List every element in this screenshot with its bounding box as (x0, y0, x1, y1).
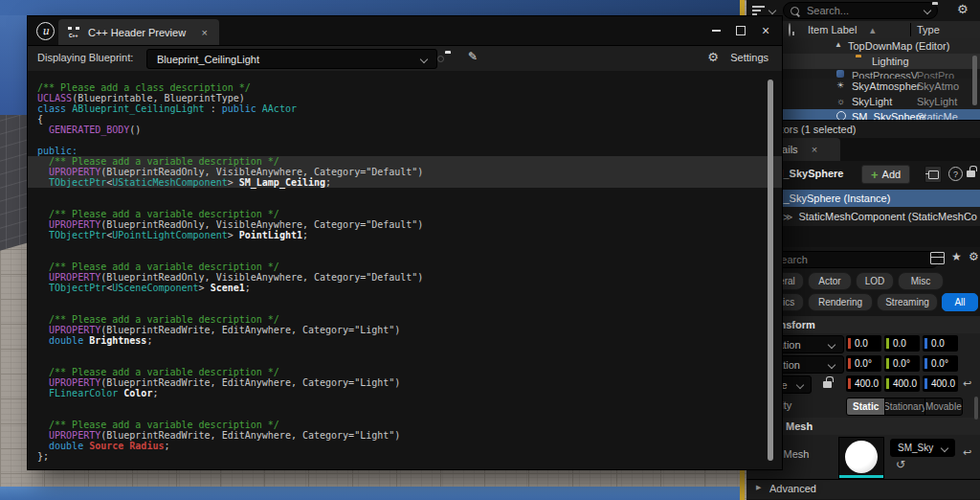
chip-actor[interactable]: Actor (808, 272, 852, 290)
edit-blueprint-icon[interactable]: ✎ (468, 50, 478, 63)
mobility-static[interactable]: Static (847, 398, 884, 415)
code-line: class ABlueprint_CeilingLight : public A… (37, 103, 772, 114)
filter-chevron-icon[interactable] (768, 7, 776, 14)
code-line: /** Please add a variable description */ (37, 314, 772, 325)
code-line: /** Please add a variable description */ (37, 261, 772, 272)
location-y-field[interactable]: 0.0 (884, 335, 920, 352)
row-label: PostProcessV (852, 70, 918, 79)
blueprint-selector-dropdown[interactable]: Blueprint_CeilingLight (146, 49, 437, 69)
code-line (37, 304, 772, 314)
search-options-chevron-icon[interactable] (924, 7, 931, 14)
sphere-actor-icon (836, 111, 846, 120)
maximize-button[interactable] (728, 21, 753, 40)
level-icon: ▲ (835, 40, 842, 49)
reset-scale-icon[interactable]: ↩ (963, 377, 971, 390)
outliner-search-input[interactable] (805, 4, 919, 17)
location-x-field[interactable]: 0.0 (846, 335, 881, 352)
asset-name: SM_Sky (898, 443, 933, 453)
mobility-movable[interactable]: Movable (924, 398, 962, 415)
skylight-icon: ☼ (836, 96, 845, 106)
outliner-search[interactable] (783, 2, 938, 19)
location-z-field[interactable]: 0.0 (923, 335, 958, 352)
advanced-row[interactable]: ▶ Advanced (746, 479, 980, 499)
add-label: Add (882, 169, 902, 180)
details-scrollbar[interactable] (974, 397, 978, 420)
window-tab-title: C++ Header Preview (88, 27, 186, 38)
code-line: /** Please add a variable description */ (37, 209, 772, 219)
code-line (37, 198, 772, 209)
code-scrollbar[interactable] (768, 80, 773, 461)
add-component-button[interactable]: + Add (861, 165, 910, 184)
code-line (37, 398, 772, 409)
component-row-label: StaticMeshComponent (StaticMeshCo (798, 211, 976, 222)
chip-misc[interactable]: Misc (898, 272, 944, 290)
code-line: UPROPERTY(BlueprintReadWrite, EditAnywhe… (37, 377, 772, 388)
reset-staticmesh-icon[interactable]: ↩ (963, 446, 971, 459)
scale-lock-icon[interactable] (823, 381, 832, 388)
row-label: TopDownMap (Editor) (848, 40, 949, 52)
window-toolbar: Displaying Blueprint: Blueprint_CeilingL… (28, 45, 782, 72)
plus-icon: + (871, 169, 879, 181)
rotation-y-field[interactable]: 0.0° (884, 355, 920, 372)
row-label: SkyAtmospher (852, 80, 921, 92)
tab-cpp-header-preview[interactable]: C++ Header Preview × (58, 19, 219, 45)
chip-lod[interactable]: LOD (856, 272, 894, 290)
scale-x-field[interactable]: 400.0 (846, 375, 881, 392)
settings-button[interactable]: Settings (730, 52, 768, 63)
sort-asc-icon[interactable]: ▴ (870, 24, 876, 36)
help-icon[interactable]: ? (948, 167, 963, 181)
code-line: double Source Radius; (37, 441, 772, 451)
unlock-icon[interactable] (967, 170, 975, 177)
code-line: FLinearColor Color; (37, 388, 772, 398)
favorites-star-icon[interactable]: ★ (951, 250, 962, 263)
column-item-label[interactable]: Item Label (808, 24, 857, 35)
rotation-x-field[interactable]: 0.0° (846, 355, 881, 372)
close-button[interactable]: × (753, 21, 778, 40)
scale-y-field[interactable]: 400.0 (884, 375, 920, 392)
minimize-button[interactable] (703, 21, 728, 40)
staticmesh-thumbnail[interactable] (838, 437, 884, 479)
skyatmosphere-icon: ☀ (836, 80, 844, 90)
close-icon[interactable]: × (812, 144, 817, 155)
column-type-label[interactable]: Type (917, 24, 940, 35)
window-titlebar[interactable]: u C++ Header Preview × × (28, 16, 782, 45)
display-options-icon[interactable] (930, 252, 945, 264)
outliner-scrollbar[interactable] (972, 56, 977, 105)
details-search-input[interactable] (772, 253, 932, 266)
rotation-z-field[interactable]: 0.0° (923, 355, 958, 372)
code-line (37, 135, 772, 146)
staticmesh-component-icon: ≫ (783, 212, 792, 222)
details-settings-gear-icon[interactable]: ⚙ (969, 251, 979, 262)
convert-to-blueprint-icon[interactable] (924, 166, 942, 183)
row-type: SkyLight (917, 96, 957, 107)
mobility-stationary[interactable]: Stationary (884, 398, 924, 415)
code-line: /** Please add a variable description */ (28, 156, 782, 167)
scale-z-field[interactable]: 400.0 (923, 375, 958, 392)
advanced-expand-icon[interactable]: ▶ (756, 484, 761, 491)
row-type: PostPro (917, 70, 954, 79)
advanced-label: Advanced (769, 483, 816, 494)
row-label: SkyLight (852, 96, 892, 107)
code-line: UPROPERTY(BlueprintReadOnly, VisibleAnyw… (28, 167, 782, 177)
code-line: UPROPERTY(BlueprintReadOnly, VisibleAnyw… (37, 272, 772, 283)
tab-close-icon[interactable]: × (202, 27, 208, 38)
code-line (37, 188, 772, 198)
chip-streaming[interactable]: Streaming (877, 293, 938, 311)
code-line: UPROPERTY(BlueprintReadWrite, EditAnywhe… (37, 430, 772, 441)
staticmesh-asset-dropdown[interactable]: SM_Sky (890, 439, 955, 457)
chip-all[interactable]: All (942, 293, 978, 311)
code-line: UCLASS(Blueprintable, BlueprintType) (37, 93, 772, 103)
use-selected-asset-icon[interactable]: ↺ (896, 458, 905, 471)
column-divider (910, 23, 911, 36)
unreal-logo: u (36, 22, 55, 40)
code-line (37, 251, 772, 261)
code-line: UPROPERTY(BlueprintReadOnly, VisibleAnyw… (37, 219, 772, 230)
code-line: /** Please add a class description */ (37, 82, 772, 93)
code-editor[interactable]: /** Please add a class description */UCL… (28, 71, 782, 469)
search-icon (791, 7, 799, 15)
outliner-settings-gear-icon[interactable]: ⚙ (957, 3, 969, 15)
asset-type-bar (839, 475, 883, 478)
settings-gear-icon[interactable]: ⚙ (707, 51, 719, 63)
pin-column-icon[interactable] (789, 23, 791, 36)
chip-rendering[interactable]: Rendering (808, 293, 873, 311)
